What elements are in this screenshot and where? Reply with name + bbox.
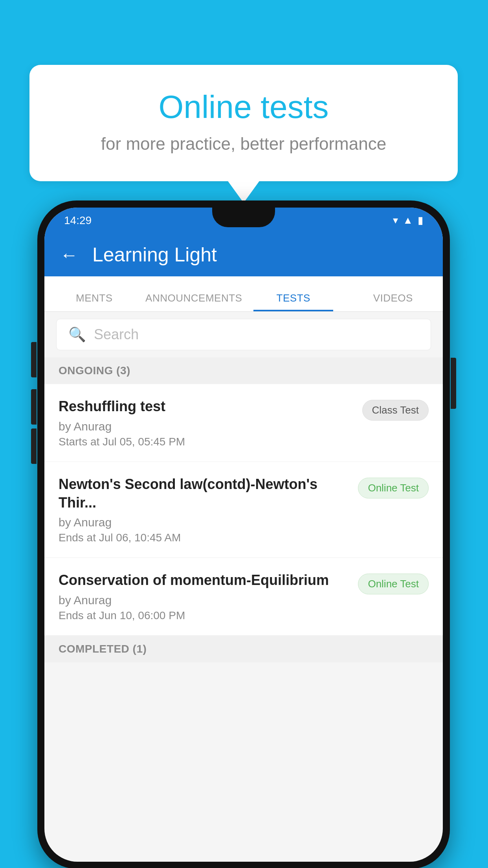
test-name: Reshuffling test [59, 397, 354, 416]
notch [212, 208, 275, 227]
phone-wrapper: 14:29 ▾ ▲ ▮ ← Learning Light MENTS ANNOU… [37, 200, 450, 868]
test-name: Newton's Second law(contd)-Newton's Thir… [59, 475, 350, 512]
badge-online-test: Online Test [358, 478, 429, 498]
tab-videos[interactable]: VIDEOS [343, 292, 443, 311]
phone-screen: 14:29 ▾ ▲ ▮ ← Learning Light MENTS ANNOU… [44, 208, 443, 862]
test-info: Reshuffling test by Anurag Starts at Jul… [59, 397, 362, 448]
completed-section-header: COMPLETED (1) [44, 636, 443, 662]
status-time: 14:29 [64, 214, 92, 227]
badge-online-test-2: Online Test [358, 574, 429, 594]
test-by: by Anurag [59, 420, 354, 433]
tab-ments[interactable]: MENTS [44, 292, 144, 311]
status-bar: 14:29 ▾ ▲ ▮ [44, 208, 443, 233]
signal-icon: ▲ [403, 214, 413, 226]
search-icon: 🔍 [68, 326, 86, 343]
test-info: Conservation of momentum-Equilibrium by … [59, 571, 358, 622]
test-by: by Anurag [59, 516, 350, 529]
search-container: 🔍 Search [44, 312, 443, 357]
tab-tests[interactable]: TESTS [244, 292, 343, 311]
test-name: Conservation of momentum-Equilibrium [59, 571, 350, 590]
back-button[interactable]: ← [60, 244, 78, 265]
app-header: ← Learning Light [44, 233, 443, 276]
wifi-icon: ▾ [393, 214, 398, 226]
bubble-subtitle: for more practice, better performance [61, 134, 426, 154]
search-box[interactable]: 🔍 Search [56, 319, 431, 350]
test-item[interactable]: Conservation of momentum-Equilibrium by … [44, 558, 443, 636]
tab-announcements[interactable]: ANNOUNCEMENTS [144, 292, 244, 311]
test-date: Ends at Jun 10, 06:00 PM [59, 609, 350, 622]
app-title: Learning Light [92, 243, 217, 266]
test-date: Ends at Jul 06, 10:45 AM [59, 531, 350, 544]
test-by: by Anurag [59, 594, 350, 607]
test-info: Newton's Second law(contd)-Newton's Thir… [59, 475, 358, 544]
search-input[interactable]: Search [94, 326, 139, 343]
battery-icon: ▮ [418, 214, 423, 226]
test-item[interactable]: Reshuffling test by Anurag Starts at Jul… [44, 384, 443, 462]
bubble-title: Online tests [61, 88, 426, 125]
phone-frame: 14:29 ▾ ▲ ▮ ← Learning Light MENTS ANNOU… [37, 200, 450, 868]
badge-class-test: Class Test [362, 400, 429, 421]
test-date: Starts at Jul 05, 05:45 PM [59, 436, 354, 448]
ongoing-section-header: ONGOING (3) [44, 357, 443, 384]
speech-bubble: Online tests for more practice, better p… [29, 65, 458, 181]
test-item[interactable]: Newton's Second law(contd)-Newton's Thir… [44, 462, 443, 558]
status-icons: ▾ ▲ ▮ [393, 214, 423, 226]
tabs-bar: MENTS ANNOUNCEMENTS TESTS VIDEOS [44, 276, 443, 312]
